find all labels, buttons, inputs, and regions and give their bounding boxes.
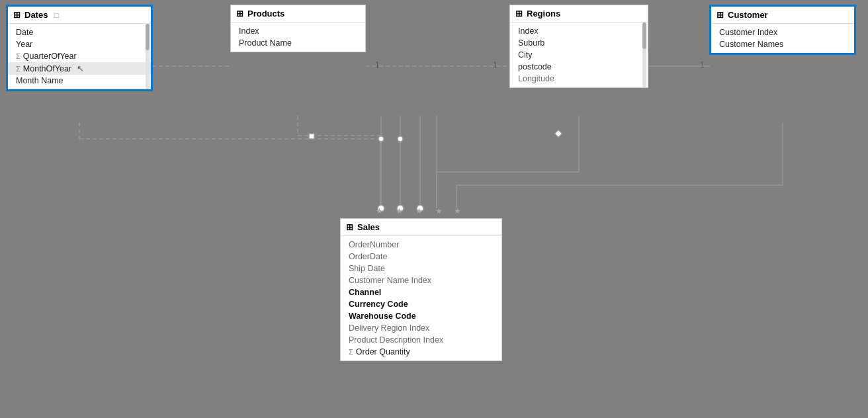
dates-field-monthofyear[interactable]: Σ MonthOfYear ↖ [8, 62, 151, 75]
products-field-index: Index [231, 25, 365, 37]
svg-text:★: ★ [376, 206, 383, 216]
svg-point-17 [397, 205, 404, 212]
dates-table-body: Date Year Σ QuarterOfYear Σ MonthOfYear … [8, 24, 151, 89]
products-table-header: ⊞ Products [231, 5, 365, 22]
regions-table-body: Index Suburb City postcode Longitude [510, 22, 648, 87]
svg-text:1: 1 [700, 60, 705, 69]
sales-table: ⊞ Sales OrderNumber OrderDate Ship Date … [340, 218, 502, 361]
dates-scrollbar[interactable] [146, 24, 150, 89]
table-grid-icon: ⊞ [515, 9, 523, 19]
customer-table-header: ⊞ Customer [711, 7, 854, 24]
customer-table-title: Customer [728, 10, 768, 20]
regions-table-header: ⊞ Regions [510, 5, 648, 22]
dates-scrollbar-thumb[interactable] [146, 24, 150, 50]
regions-scrollbar-thumb[interactable] [642, 22, 646, 49]
sales-field-customernameindex: Customer Name Index [341, 274, 501, 286]
svg-rect-12 [309, 134, 314, 139]
customer-table-body: Customer Index Customer Names [711, 24, 854, 53]
svg-text:★: ★ [454, 206, 461, 216]
sigma-icon: Σ [349, 348, 353, 356]
regions-field-city: City [510, 49, 648, 61]
regions-field-suburb: Suburb [510, 37, 648, 49]
products-table-title: Products [247, 9, 284, 19]
svg-point-18 [417, 205, 423, 212]
dates-field-year: Year [8, 38, 151, 50]
regions-field-index: Index [510, 25, 648, 37]
regions-table: ⊞ Regions Index Suburb City postcode Lon… [509, 5, 648, 88]
dates-field-date: Date [8, 26, 151, 38]
sales-field-deliveryregionindex: Delivery Region Index [341, 322, 501, 334]
customer-table: ⊞ Customer Customer Index Customer Names [710, 5, 855, 54]
dates-table: ⊞ Dates □ Date Year Σ QuarterOfYear Σ Mo… [7, 5, 152, 91]
dates-field-quarterofyear: Σ QuarterOfYear [8, 50, 151, 62]
svg-text:★: ★ [415, 206, 423, 216]
regions-scrollbar[interactable] [642, 22, 646, 87]
table-grid-icon: ⊞ [346, 222, 353, 232]
sales-field-productdescriptionindex: Product Description Index [341, 334, 501, 346]
regions-field-postcode: postcode [510, 61, 648, 73]
svg-text:1: 1 [375, 60, 380, 69]
products-field-productname: Product Name [231, 37, 365, 49]
sigma-icon: Σ [16, 52, 21, 60]
sales-field-ordernumber: OrderNumber [341, 239, 501, 251]
products-table-body: Index Product Name [231, 22, 365, 52]
table-grid-icon: ⊞ [13, 10, 21, 20]
customer-field-names: Customer Names [711, 38, 854, 50]
cursor-icon: ↖ [77, 63, 84, 73]
svg-point-16 [378, 205, 384, 212]
dates-table-header: ⊞ Dates □ [8, 7, 151, 24]
sales-table-body: OrderNumber OrderDate Ship Date Customer… [341, 236, 501, 360]
table-grid-icon: ⊞ [236, 9, 243, 19]
sales-field-orderquantity: Σ Order Quantity [341, 346, 501, 358]
svg-text:★: ★ [435, 206, 443, 216]
sales-field-currencycode: Currency Code [341, 298, 501, 310]
regions-field-longitude: Longitude [510, 73, 648, 85]
sigma-icon: Σ [16, 65, 21, 73]
customer-field-index: Customer Index [711, 26, 854, 38]
svg-text:★: ★ [396, 206, 403, 216]
sales-field-shipdate: Ship Date [341, 263, 501, 274]
svg-point-32 [378, 136, 384, 142]
products-table: ⊞ Products Index Product Name [230, 5, 366, 52]
dates-table-badge: □ [54, 11, 59, 19]
regions-table-title: Regions [527, 9, 560, 19]
sales-field-channel: Channel [341, 286, 501, 298]
sales-field-orderdate: OrderDate [341, 251, 501, 263]
sales-table-header: ⊞ Sales [341, 219, 501, 236]
dates-table-title: Dates [24, 10, 48, 20]
dates-field-monthname: Month Name [8, 75, 151, 87]
svg-text:1: 1 [493, 60, 498, 69]
svg-point-33 [398, 136, 403, 142]
svg-rect-31 [554, 130, 562, 137]
table-grid-icon: ⊞ [716, 10, 724, 20]
sales-field-warehousecode: Warehouse Code [341, 310, 501, 322]
sales-table-title: Sales [357, 222, 380, 232]
